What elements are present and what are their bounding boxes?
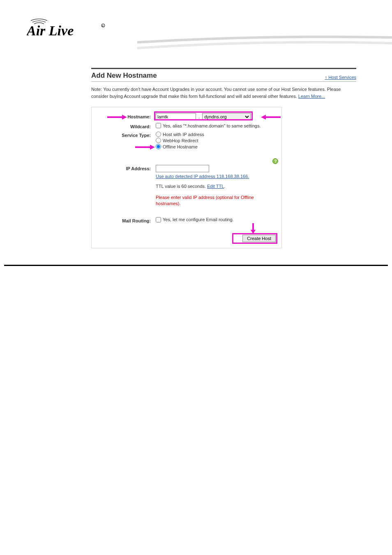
bottom-divider xyxy=(4,265,388,266)
hostname-dot: . xyxy=(198,114,200,119)
title-divider xyxy=(91,81,356,82)
mail-routing-text: Yes, let me configure Email routing. xyxy=(163,217,234,222)
arrow-down-icon xyxy=(250,223,256,234)
edit-ttl-link[interactable]: Edit TTL xyxy=(207,184,224,189)
service-hostip-text: Host with IP address xyxy=(163,132,204,137)
service-webhop-text: WebHop Redirect xyxy=(163,138,198,143)
hostname-label: Hostname: xyxy=(95,113,156,119)
service-webhop-radio[interactable] xyxy=(156,138,161,143)
service-type-label: Service Type: xyxy=(95,132,156,138)
mail-routing-label: Mail Routing: xyxy=(95,217,156,223)
wildcard-text: Yes, alias "*.hostname.domain" to same s… xyxy=(163,123,261,128)
auto-ip-link[interactable]: Use auto detected IP address 118.168.38.… xyxy=(156,174,249,179)
ip-address-row: IP Address: Use auto detected IP address… xyxy=(95,165,276,207)
service-offline-text: Offline Hostname xyxy=(163,144,198,149)
wildcard-label: Wildcard: xyxy=(95,123,156,129)
svg-marker-8 xyxy=(150,145,155,150)
svg-text:Air Live: Air Live xyxy=(27,23,74,38)
svg-text:R: R xyxy=(102,25,104,27)
svg-marker-12 xyxy=(251,230,256,234)
ttl-text: TTL value is 60 seconds. xyxy=(156,184,207,189)
service-hostip-radio[interactable] xyxy=(156,132,161,137)
service-type-row: Service Type: Host with IP address WebHo… xyxy=(95,132,276,150)
wildcard-row: Wildcard: Yes, alias "*.hostname.domain"… xyxy=(95,123,276,129)
brand-logo: Air Live R xyxy=(27,16,109,41)
learn-more-link[interactable]: Learn More... xyxy=(298,94,325,99)
mail-routing-checkbox[interactable] xyxy=(156,217,161,222)
hostname-row: Hostname: . dyndns.org xyxy=(95,113,276,120)
hostname-input[interactable] xyxy=(156,113,196,120)
service-offline-radio[interactable] xyxy=(156,144,161,149)
header-swoosh xyxy=(137,33,392,58)
mail-routing-row: Mail Routing: Yes, let me configure Emai… xyxy=(95,217,276,223)
domain-select[interactable]: dyndns.org xyxy=(202,113,251,120)
page-title: Add New Hostname xyxy=(91,72,157,80)
help-icon[interactable]: ? xyxy=(272,158,278,164)
svg-text:?: ? xyxy=(274,159,277,164)
upgrade-note: Note: You currently don't have Account U… xyxy=(91,86,356,99)
ip-error-text: Please enter valid IP address (optional … xyxy=(156,194,276,207)
host-services-text: Host Services xyxy=(328,75,356,80)
create-host-button[interactable]: Create Host xyxy=(242,235,276,242)
hostname-form: Hostname: . dyndns.org Wildcard: Yes, al… xyxy=(91,107,282,248)
ip-address-input[interactable] xyxy=(156,165,209,172)
arrow-right-icon xyxy=(135,144,155,150)
ip-address-label: IP Address: xyxy=(95,165,156,171)
page-header: Air Live R xyxy=(0,0,392,45)
up-arrow-icon: ↑ xyxy=(325,75,327,80)
wildcard-checkbox[interactable] xyxy=(156,123,161,128)
ttl-period: . xyxy=(224,184,225,189)
host-services-link[interactable]: ↑ Host Services xyxy=(325,75,356,80)
